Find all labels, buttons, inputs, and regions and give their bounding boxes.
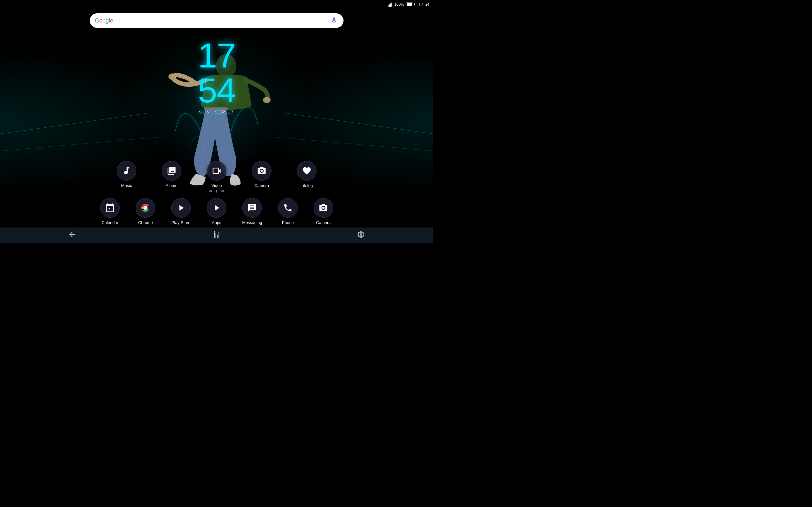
app-chrome-label: Chrome — [138, 220, 153, 225]
nav-home-button[interactable] — [212, 230, 221, 241]
clock-widget: 17 54 SUN, SEP 17 — [198, 38, 235, 114]
app-phone-label: Phone — [282, 220, 294, 225]
bottom-bar — [0, 228, 433, 243]
app-messaging-label: Messaging — [242, 220, 262, 225]
page-dots — [209, 189, 224, 193]
clock-minutes: 54 — [198, 73, 235, 108]
page-dot-2-music[interactable] — [214, 189, 219, 193]
status-bar: 100% 17:54 — [0, 0, 433, 9]
app-playstore-label: Play Store — [171, 220, 191, 225]
page-dot-3[interactable] — [221, 190, 224, 192]
svg-point-2 — [168, 73, 176, 80]
app-video[interactable]: Video — [207, 161, 226, 188]
app-apps-label: Apps — [212, 220, 221, 225]
app-lifelog-label: Lifelog — [301, 183, 313, 188]
status-time: 17:54 — [418, 2, 429, 7]
clock-hours: 17 — [198, 38, 235, 73]
app-calendar[interactable]: 7 Calendar — [100, 198, 120, 225]
app-phone[interactable]: Phone — [278, 198, 298, 225]
app-music[interactable]: Music — [117, 161, 136, 188]
nav-back-button[interactable] — [68, 230, 77, 241]
search-divider — [119, 17, 120, 24]
app-music-label: Music — [121, 183, 132, 188]
app-row-2: 7 Calendar Chrome Play Store — [100, 198, 334, 225]
app-row-1: Music Album Video Camera — [117, 161, 316, 188]
svg-point-3 — [263, 97, 270, 103]
app-camera-dock[interactable]: Camera — [313, 198, 333, 225]
app-album-label: Album — [166, 183, 177, 188]
mic-icon[interactable] — [329, 16, 339, 25]
battery-percent: 100% — [394, 2, 404, 7]
page-dot-1[interactable] — [209, 190, 212, 192]
signal-icon — [388, 2, 392, 7]
app-messaging[interactable]: Messaging — [242, 198, 262, 225]
app-camera-dock-label: Camera — [316, 220, 331, 225]
app-apps[interactable]: Apps — [207, 198, 226, 225]
app-album[interactable]: Album — [162, 161, 182, 188]
svg-text:7: 7 — [108, 208, 110, 211]
app-camera-top-label: Camera — [254, 183, 269, 188]
nav-recent-button[interactable] — [357, 230, 365, 241]
app-playstore[interactable]: Play Store — [171, 198, 191, 225]
status-icons: 100% 17:54 — [388, 2, 429, 7]
app-chrome[interactable]: Chrome — [136, 198, 155, 225]
app-camera-top[interactable]: Camera — [252, 161, 271, 188]
google-logo: Google — [95, 17, 113, 24]
clock-date: SUN, SEP 17 — [198, 110, 235, 114]
app-calendar-label: Calendar — [101, 220, 118, 225]
search-bar[interactable]: Google — [90, 13, 344, 28]
app-video-label: Video — [211, 183, 222, 188]
app-lifelog[interactable]: Lifelog — [297, 161, 316, 188]
battery-icon — [406, 3, 415, 6]
